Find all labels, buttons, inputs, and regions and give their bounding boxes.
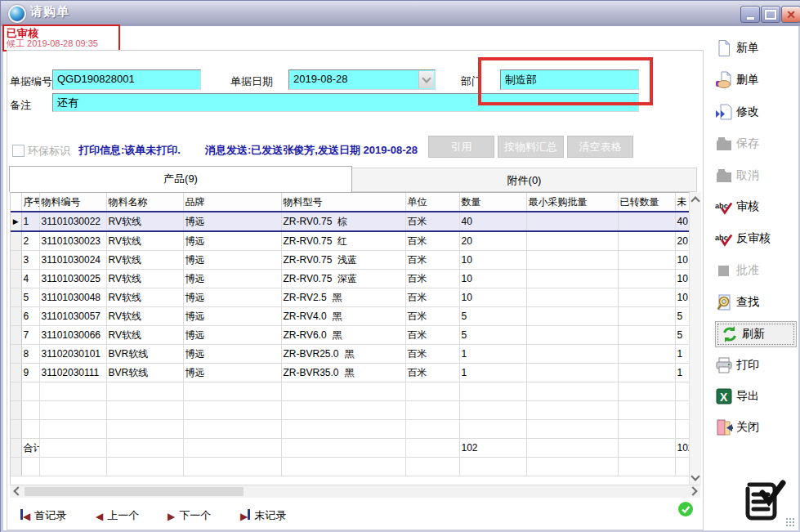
column-header[interactable]: 物料编号 (39, 193, 106, 212)
table-row[interactable]: 331101030024 RV软线博远 ZR-RV0.75 浅蓝百米 10 10 (11, 251, 690, 270)
app-logo-icon (738, 476, 787, 525)
scroll-down-button[interactable] (690, 472, 701, 483)
row-indicator (11, 326, 21, 345)
sidebar-button-label: 取消 (736, 168, 759, 183)
table-row[interactable]: 831102030101 BVR软线博远 ZR-BVR25.0 黑百米 1 1 (11, 345, 690, 364)
column-header[interactable]: 最小采购批量 (526, 193, 618, 212)
table-row[interactable]: 631101030057 RV软线博远 ZR-RV4.0 黑百米 5 5 (11, 307, 690, 326)
table-row[interactable]: 531101030048 RV软线博远 ZR-RV2.5 黑百米 10 10 (11, 288, 690, 307)
table-row[interactable]: 431101030025 RV软线博远 ZR-RV0.75 深蓝百米 10 10 (11, 270, 690, 288)
table-row[interactable]: 731101030066 RV软线博远 ZR-RV6.0 黑百米 5 5 (11, 326, 690, 345)
column-header[interactable]: 已转数量 (618, 193, 675, 212)
column-header[interactable]: 数量 (459, 193, 526, 212)
sidebar-button-label: 删单 (736, 73, 759, 87)
sidebar-button-label: 审核 (736, 199, 759, 214)
table-row[interactable]: 931102030111 BVR软线博远 ZR-BVR35.0 黑百米 1 1 (11, 364, 690, 382)
sidebar-button-label: 反审核 (736, 231, 771, 246)
record-nav-button[interactable]: ▶ 下一个 (168, 508, 211, 523)
column-header[interactable]: 单位 (405, 193, 459, 212)
minimize-icon (747, 17, 754, 20)
edit-doc-icon (715, 103, 733, 121)
save-doc-icon (715, 135, 733, 153)
remark-label: 备注 (10, 98, 31, 113)
sidebar-button[interactable]: X 导出 (715, 384, 797, 409)
sidebar-button[interactable]: 关闭 (715, 415, 797, 440)
window-title: 请购单 (30, 4, 69, 20)
scroll-left-button[interactable] (11, 485, 22, 497)
svg-text:X: X (720, 391, 728, 404)
chevron-right-icon (688, 486, 697, 495)
sidebar-button[interactable]: abc 审核 (715, 194, 797, 219)
sidebar-button[interactable]: 删单 (715, 68, 797, 92)
find-icon (715, 293, 733, 311)
items-grid: 序号物料编号物料名称品牌物料型号单位数量最小采购批量已转数量未 ▶ 131101… (10, 192, 690, 485)
scroll-up-button[interactable] (690, 194, 701, 205)
horizontal-scrollbar[interactable] (10, 485, 700, 498)
empty-row (11, 458, 690, 476)
scrollbar-thumb[interactable] (25, 487, 244, 496)
record-nav-button[interactable]: ◀ 上一个 (96, 508, 139, 523)
column-header[interactable]: 未 (675, 193, 690, 212)
doc-date-dropdown-button[interactable] (418, 71, 434, 88)
table-row[interactable]: ▶ 131101030022 RV软线博远 ZR-RV0.75 棕百米 40 4… (11, 212, 690, 231)
doc-no-field[interactable]: QGD190828001 (52, 69, 201, 90)
record-nav-label: 下一个 (179, 508, 211, 523)
sidebar-button-label: 查找 (736, 295, 759, 310)
row-indicator (11, 270, 21, 288)
dept-field[interactable]: 制造部 (500, 69, 639, 90)
empty-row (11, 382, 690, 401)
column-header[interactable]: 物料型号 (281, 193, 405, 212)
chevron-up-icon (691, 196, 699, 205)
sidebar-button[interactable]: 修改 (715, 100, 797, 124)
remark-field[interactable]: 还有 (52, 93, 639, 112)
record-nav-button[interactable]: ▶ 末记录 (240, 508, 286, 523)
minimize-button[interactable] (740, 6, 760, 23)
tab-strip: 产品(9)附件(0) (9, 166, 697, 192)
eco-checkbox[interactable] (12, 145, 25, 157)
sidebar-button[interactable]: 取消 (715, 163, 797, 188)
purchase-requisition-window: 请购单 ✕ 已审核 候工 2019-08-28 09:35 单据编号 QGD19… (0, 0, 800, 532)
row-indicator (11, 288, 21, 307)
row-indicator (11, 307, 21, 326)
column-header[interactable]: 序号 (21, 193, 39, 212)
total-label: 合计 (21, 439, 39, 458)
resize-grip[interactable] (785, 517, 795, 527)
column-header[interactable]: 品牌 (183, 193, 281, 212)
close-button[interactable]: ✕ (781, 6, 800, 23)
row-indicator (11, 364, 21, 382)
dept-label: 部门 (461, 74, 482, 89)
titlebar: 请购单 ✕ (1, 1, 800, 25)
column-header[interactable] (11, 193, 21, 212)
sidebar-button-label: 导出 (736, 389, 759, 404)
doc-date-combobox[interactable]: 2019-08-28 (288, 69, 436, 90)
chevron-left-icon (13, 486, 22, 495)
doc-date-value: 2019-08-28 (293, 73, 348, 85)
sidebar-button[interactable]: abc 反审核 (715, 226, 797, 251)
vertical-scrollbar[interactable] (689, 192, 701, 485)
column-header[interactable]: 物料名称 (106, 193, 183, 212)
total-row: 合计 102 102 (11, 439, 690, 458)
nav-prev-icon: ◀ (96, 510, 103, 522)
action-button[interactable]: 引用 (428, 136, 494, 158)
tab[interactable]: 产品(9) (9, 166, 352, 192)
doc-date-label: 单据日期 (230, 74, 273, 89)
scroll-right-button[interactable] (688, 485, 699, 497)
tab[interactable]: 附件(0) (352, 168, 697, 192)
approve-icon (715, 262, 733, 279)
table-row[interactable]: 231101030023 RV软线博远 ZR-RV0.75 红百米 20 20 (11, 231, 690, 251)
sidebar-button[interactable]: 保存 (715, 132, 797, 156)
record-nav-button[interactable]: ◀ 首记录 (20, 508, 66, 523)
maximize-button[interactable] (761, 6, 780, 23)
sidebar-button[interactable]: 刷新 (715, 321, 797, 347)
nav-next-icon: ▶ (168, 510, 175, 522)
action-button[interactable]: 清空表格 (567, 136, 633, 158)
sidebar-button[interactable]: 查找 (715, 290, 797, 315)
new-doc-icon (715, 39, 733, 57)
total-untransferred: 102 (675, 439, 690, 458)
action-button[interactable]: 按物料汇总 (498, 136, 564, 158)
audit-check-icon: abc (715, 198, 733, 216)
sidebar-button[interactable]: 打印 (715, 353, 797, 378)
status-green-badge (678, 502, 693, 520)
sidebar-button[interactable]: 批准 (715, 258, 797, 283)
sidebar-button[interactable]: 新单 (715, 36, 797, 60)
